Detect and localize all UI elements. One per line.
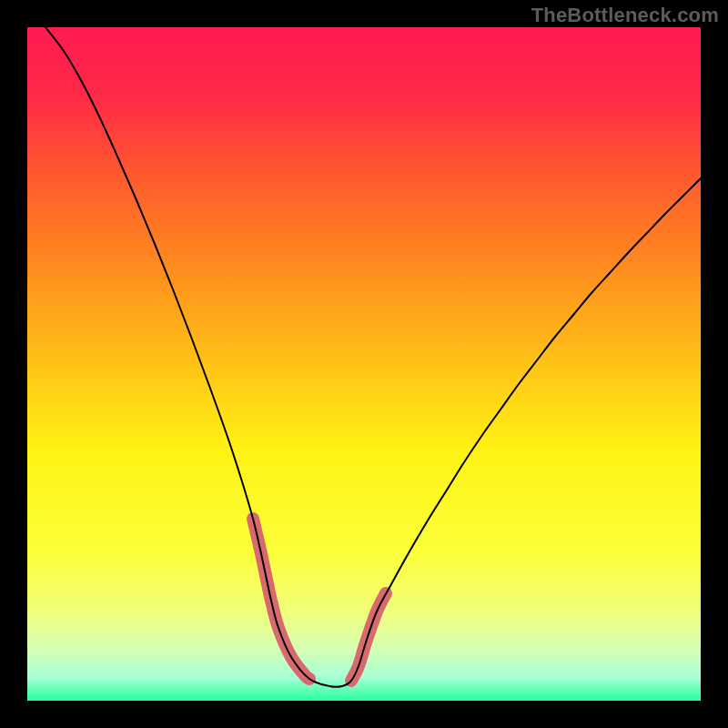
app-frame: TheBottleneck.com bbox=[0, 0, 728, 728]
chart-background bbox=[27, 27, 701, 701]
chart-svg bbox=[27, 27, 701, 701]
watermark-text: TheBottleneck.com bbox=[531, 4, 719, 27]
bottleneck-chart bbox=[27, 27, 701, 701]
